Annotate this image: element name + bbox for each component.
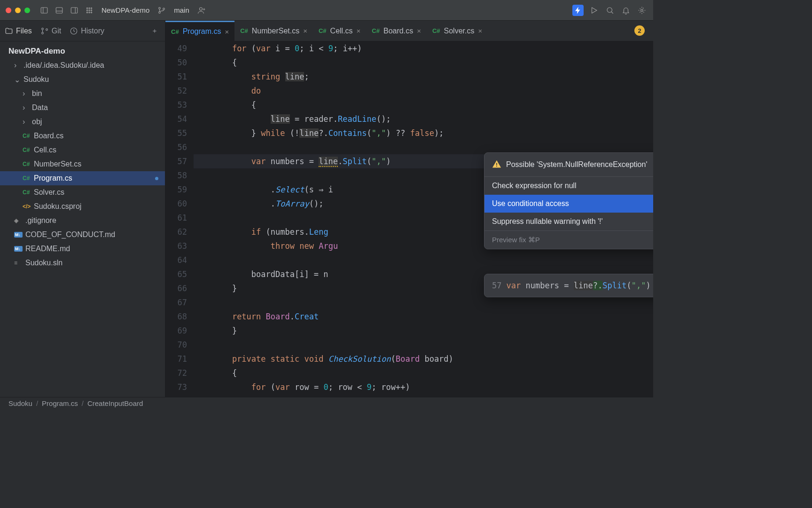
svg-point-9 <box>86 9 87 10</box>
fix-suppress-warning[interactable]: Suppress nullable warning with '!' <box>484 213 653 230</box>
svg-point-18 <box>199 8 202 10</box>
sidebar-bottom-icon[interactable] <box>54 5 65 16</box>
tab-cell[interactable]: C#Cell.cs× <box>313 21 366 41</box>
chevron-right-icon: › <box>23 89 29 98</box>
file-cell[interactable]: C#Cell.cs <box>0 143 165 157</box>
csharp-icon: C# <box>23 161 31 167</box>
window-controls <box>6 8 30 13</box>
branch-name[interactable]: main <box>171 6 192 14</box>
minimize-window[interactable] <box>15 8 21 13</box>
svg-point-21 <box>641 9 643 11</box>
tab-files[interactable]: Files <box>5 27 32 35</box>
maximize-window[interactable] <box>24 8 30 13</box>
sidebar-left-icon[interactable] <box>39 5 50 16</box>
close-icon[interactable]: × <box>417 27 421 35</box>
close-icon[interactable]: × <box>225 28 229 36</box>
svg-point-19 <box>607 8 612 13</box>
svg-point-8 <box>91 8 92 8</box>
file-solver[interactable]: C#Solver.cs <box>0 185 165 199</box>
svg-point-15 <box>159 7 161 9</box>
add-tab-icon[interactable]: ＋ <box>149 25 160 37</box>
tab-numberset[interactable]: C#NumberSet.cs× <box>234 21 313 41</box>
svg-point-22 <box>41 28 43 30</box>
warnings-badge[interactable]: 2 <box>634 25 645 36</box>
svg-point-12 <box>86 12 87 13</box>
csharp-icon: C# <box>240 27 248 34</box>
sidebar-tabs: Files Git History ＋ <box>0 21 165 41</box>
solution-icon: ≡ <box>14 260 23 266</box>
bell-icon[interactable] <box>620 5 632 16</box>
chevron-right-icon: › <box>14 61 21 70</box>
crumb-project[interactable]: Sudoku <box>8 399 32 407</box>
csharp-icon: C# <box>372 27 380 34</box>
crumb-file[interactable]: Program.cs <box>42 399 78 407</box>
fix-conditional-access[interactable]: Use conditional access <box>484 195 653 213</box>
file-gitignore[interactable]: ◈.gitignore <box>0 214 165 228</box>
csharp-icon: C# <box>23 133 31 139</box>
file-numberset[interactable]: C#NumberSet.cs <box>0 157 165 171</box>
editor-tabs: C#Program.cs× C#NumberSet.cs× C#Cell.cs×… <box>165 21 653 41</box>
svg-point-17 <box>163 8 165 10</box>
popup-header: Possible 'System.NullReferenceException' <box>484 153 653 177</box>
svg-point-23 <box>41 32 43 34</box>
folder-obj[interactable]: ›obj <box>0 115 165 129</box>
chevron-right-icon: › <box>23 118 29 126</box>
tab-program[interactable]: C#Program.cs× <box>165 21 234 41</box>
folder-data[interactable]: ›Data <box>0 101 165 115</box>
svg-point-14 <box>91 12 92 13</box>
csharp-icon: C# <box>23 175 31 182</box>
run-icon[interactable] <box>588 5 600 16</box>
tab-git-label: Git <box>52 27 61 35</box>
csharp-icon: C# <box>23 189 31 196</box>
gitignore-icon: ◈ <box>14 217 23 224</box>
popup-title: Possible 'System.NullReferenceException' <box>506 159 647 170</box>
close-icon[interactable]: × <box>478 27 482 35</box>
svg-point-7 <box>89 8 90 8</box>
project-name[interactable]: NewDPA-demo <box>99 6 152 14</box>
add-user-icon[interactable] <box>196 5 207 16</box>
xml-icon: </> <box>23 203 31 210</box>
sidebar: Files Git History ＋ NewDPA-demo ›.idea/.… <box>0 21 165 397</box>
svg-line-20 <box>611 12 613 14</box>
file-readme[interactable]: M↓README.md <box>0 242 165 256</box>
popup-footer: Preview fix ⌘P <box>484 230 653 249</box>
svg-rect-0 <box>41 8 47 13</box>
csharp-icon: C# <box>432 27 440 34</box>
fix-check-null[interactable]: Check expression for null <box>484 177 653 195</box>
tab-history[interactable]: History <box>70 27 104 35</box>
project-root[interactable]: NewDPA-demo <box>0 44 165 58</box>
svg-point-16 <box>159 11 161 13</box>
quickfix-popup: Possible 'System.NullReferenceException'… <box>484 152 653 249</box>
file-board[interactable]: C#Board.cs <box>0 129 165 143</box>
svg-point-11 <box>91 9 92 10</box>
ai-bolt-icon[interactable] <box>572 5 584 16</box>
file-conduct[interactable]: M↓CODE_OF_CONDUCT.md <box>0 228 165 242</box>
tab-solver[interactable]: C#Solver.cs× <box>427 21 488 41</box>
close-icon[interactable]: × <box>357 27 361 35</box>
tab-git[interactable]: Git <box>40 27 61 35</box>
close-window[interactable] <box>6 8 11 13</box>
branch-icon[interactable] <box>156 5 167 16</box>
git-icon <box>40 27 49 35</box>
markdown-icon: M↓ <box>14 246 23 252</box>
folder-sudoku[interactable]: ⌄Sudoku <box>0 72 165 87</box>
fix-preview: 57var numbers = line?.Split(",") <box>484 274 653 297</box>
editor: C#Program.cs× C#NumberSet.cs× C#Cell.cs×… <box>165 21 653 397</box>
svg-rect-2 <box>56 8 62 13</box>
folder-bin[interactable]: ›bin <box>0 87 165 101</box>
close-icon[interactable]: × <box>303 27 307 35</box>
tab-history-label: History <box>81 27 104 35</box>
search-icon[interactable] <box>604 5 616 16</box>
folder-idea[interactable]: ›.idea/.idea.Sudoku/.idea <box>0 58 165 72</box>
sidebar-right-icon[interactable] <box>69 5 80 16</box>
file-program[interactable]: C#Program.cs <box>0 171 165 185</box>
grid-icon[interactable] <box>84 5 95 16</box>
gutter: 4950515253545556575859606162636465666768… <box>165 41 194 397</box>
gear-icon[interactable] <box>636 5 648 16</box>
tab-board[interactable]: C#Board.cs× <box>366 21 427 41</box>
history-icon <box>70 27 78 35</box>
csharp-icon: C# <box>23 147 31 153</box>
crumb-method[interactable]: CreateInputBoard <box>87 399 143 407</box>
file-csproj[interactable]: </>Sudoku.csproj <box>0 199 165 214</box>
file-sln[interactable]: ≡Sudoku.sln <box>0 256 165 270</box>
